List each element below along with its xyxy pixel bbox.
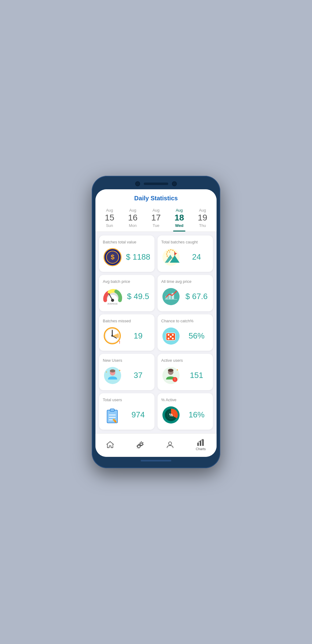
date-strip: Aug 15 Sun Aug 16 Mon Aug 17 Tue Aug 18: [95, 206, 217, 231]
stat-content-5: 56%: [161, 326, 209, 346]
page-title: Daily Statistics: [95, 195, 217, 202]
svg-text:✦: ✦: [118, 369, 121, 372]
phone-frame: Daily Statistics Aug 15 Sun Aug 16 Mon A…: [92, 176, 220, 468]
stat-value-2: $ 49.5: [125, 292, 151, 301]
stat-value-3: $ 67.6: [184, 292, 209, 301]
date-day-1: Mon: [129, 223, 136, 228]
svg-point-67: [169, 442, 172, 445]
stat-content-2: AVERAGE $ 49.5: [103, 287, 151, 306]
date-month-0: Aug: [106, 208, 113, 213]
svg-rect-45: [110, 409, 114, 411]
stat-content-0: $ $ 1188: [103, 247, 151, 267]
nav-profile[interactable]: [161, 439, 179, 450]
date-aug15[interactable]: Aug 15 Sun: [98, 206, 121, 231]
stat-value-6: 37: [125, 371, 151, 380]
stat-batches-total-value[interactable]: Batches total value $ $ 1188: [99, 235, 154, 272]
svg-text:%: %: [169, 413, 173, 417]
svg-point-43: [168, 369, 173, 372]
svg-text:!: !: [175, 378, 176, 381]
stat-batches-missed[interactable]: Batches missed: [99, 314, 154, 351]
stat-content-1: ✦ 24: [161, 247, 209, 267]
stat-label-5: Chance to catch%: [161, 319, 209, 323]
svg-text:✦: ✦: [176, 368, 179, 372]
date-month-3: Aug: [176, 208, 183, 213]
stat-value-0: $ 1188: [125, 252, 151, 262]
stat-total-batches-caught[interactable]: Total batches caught: [158, 235, 213, 272]
date-aug18[interactable]: Aug 18 Wed: [168, 206, 191, 231]
svg-line-61: [143, 442, 143, 443]
date-aug19[interactable]: Aug 19 Thu: [191, 206, 214, 231]
stat-label-8: Total users: [103, 398, 151, 402]
date-aug17[interactable]: Aug 17 Tue: [144, 206, 168, 231]
newuser-icon: ✦ ✦: [103, 366, 122, 385]
stat-label-0: Batches total value: [103, 240, 151, 244]
date-number-3: 18: [174, 213, 184, 223]
stat-label-1: Total batches caught: [161, 240, 209, 244]
camera-dot: [135, 181, 140, 186]
stat-label-2: Avg batch price: [103, 279, 151, 284]
stat-percent-active[interactable]: % Active %: [158, 393, 213, 430]
svg-marker-55: [107, 442, 113, 448]
svg-text:!: !: [119, 340, 120, 345]
svg-point-32: [170, 336, 172, 338]
date-month-2: Aug: [152, 208, 159, 213]
stat-label-7: Active users: [161, 358, 209, 363]
nav-home[interactable]: [101, 439, 119, 450]
stat-total-users[interactable]: Total users: [99, 393, 154, 430]
phone-screen: Daily Statistics Aug 15 Sun Aug 16 Mon A…: [95, 189, 217, 457]
nav-settings[interactable]: [131, 439, 149, 450]
date-month-1: Aug: [129, 208, 136, 213]
stat-label-9: % Active: [161, 398, 209, 402]
date-day-3: Wed: [175, 223, 183, 228]
date-number-4: 19: [198, 213, 207, 223]
clipboard-icon: [103, 405, 122, 425]
stat-value-7: 151: [184, 371, 209, 380]
app-header: Daily Statistics Aug 15 Sun Aug 16 Mon A…: [95, 189, 217, 232]
nav-charts-label: Charts: [196, 447, 206, 451]
date-aug16[interactable]: Aug 16 Mon: [121, 206, 144, 231]
stat-content-9: % 16%: [161, 405, 209, 425]
stat-content-8: 974: [103, 405, 151, 425]
stat-content-3: $ 67.6: [161, 287, 209, 306]
svg-point-37: [110, 369, 115, 372]
home-icon: [106, 441, 114, 449]
charts-icon: [197, 439, 205, 446]
date-number-2: 17: [151, 213, 161, 223]
stat-content-7: ✦ ! 151: [161, 366, 209, 385]
date-number-0: 15: [105, 213, 114, 223]
stat-label-3: All time avg price: [161, 279, 209, 284]
nav-charts[interactable]: Charts: [191, 437, 210, 452]
home-bar: [141, 460, 171, 461]
date-day-2: Tue: [153, 223, 159, 228]
stat-active-users[interactable]: Active users ✦ !: [158, 354, 213, 390]
stat-value-8: 974: [125, 410, 151, 420]
sensor-dot: [172, 181, 177, 186]
stat-avg-batch-price[interactable]: Avg batch price AV: [99, 275, 154, 311]
stat-value-4: 19: [125, 331, 151, 341]
dice-icon: [161, 326, 181, 346]
stat-label-6: New Users: [103, 358, 151, 363]
svg-rect-69: [200, 441, 201, 446]
speaker-bar: [144, 183, 168, 185]
svg-rect-70: [202, 439, 204, 446]
stat-value-1: 24: [184, 252, 209, 262]
trend-icon: [161, 287, 181, 306]
svg-text:$: $: [111, 253, 114, 261]
stat-value-9: 16%: [184, 410, 209, 420]
svg-point-29: [172, 334, 174, 336]
date-number-1: 16: [128, 213, 137, 223]
stat-label-4: Batches missed: [103, 319, 151, 323]
stat-all-time-avg-price[interactable]: All time avg price: [158, 275, 213, 311]
svg-line-65: [137, 448, 138, 448]
svg-point-28: [168, 334, 169, 336]
gauge-icon: AVERAGE: [103, 287, 122, 306]
stat-content-6: ✦ ✦ 37: [103, 366, 151, 385]
svg-text:AVERAGE: AVERAGE: [107, 303, 118, 305]
date-day-0: Sun: [106, 223, 113, 228]
profile-icon: [166, 441, 174, 449]
stat-chance-to-catch[interactable]: Chance to catch%: [158, 314, 213, 351]
svg-text:✦: ✦: [106, 371, 107, 373]
date-month-4: Aug: [199, 208, 206, 213]
svg-rect-15: [165, 299, 177, 300]
stat-new-users[interactable]: New Users ✦ ✦: [99, 354, 154, 390]
